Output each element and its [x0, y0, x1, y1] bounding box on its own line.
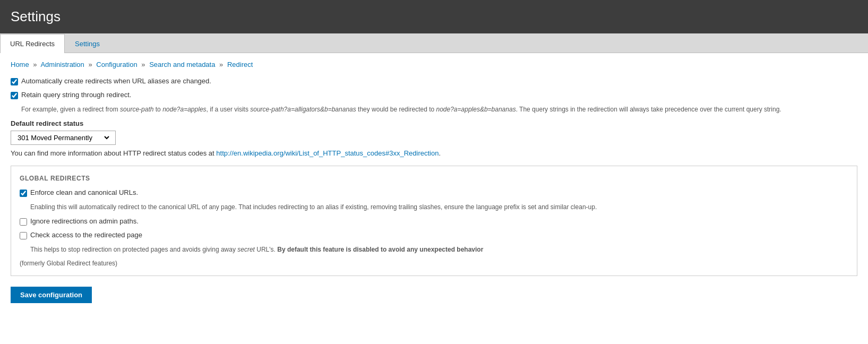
breadcrumb-search-metadata[interactable]: Search and metadata — [149, 61, 215, 68]
secret-word-italic: secret — [237, 246, 255, 253]
retain-query-desc-prefix: For example, given a redirect from — [21, 106, 120, 113]
source-path-italic: source-path — [120, 106, 153, 113]
ignore-admin-row: Ignore redirections on admin paths. — [20, 217, 848, 226]
enforce-canonical-checkbox[interactable] — [20, 190, 27, 197]
check-access-desc-middle: URL's. — [255, 246, 277, 253]
redirect-status-label: Default redirect status — [11, 119, 857, 127]
breadcrumb-configuration[interactable]: Configuration — [96, 61, 137, 68]
auto-create-checkbox[interactable] — [11, 78, 18, 85]
check-access-desc-bold: By default this feature is disabled to a… — [277, 246, 483, 253]
auto-create-row: Automatically create redirects when URL … — [11, 77, 857, 85]
enforce-canonical-row: Enforce clean and canonical URLs. — [20, 188, 848, 197]
breadcrumb-redirect[interactable]: Redirect — [227, 61, 253, 68]
node-apples-italic: node?a=apples — [162, 106, 206, 113]
page-header: Settings — [0, 0, 868, 33]
breadcrumb-sep-3: » — [141, 61, 145, 68]
check-access-row: Check access to the redirected page — [20, 231, 848, 239]
retain-query-desc-suffix: . The query strings in the redirection w… — [516, 106, 781, 113]
enforce-canonical-label[interactable]: Enforce clean and canonical URLs. — [30, 188, 138, 196]
retain-query-desc-middle: , if a user visits — [207, 106, 251, 113]
status-info-link[interactable]: http://en.wikipedia.org/wiki/List_of_HTT… — [216, 149, 439, 157]
status-info-prefix: You can find more information about HTTP… — [11, 149, 216, 157]
breadcrumb-home[interactable]: Home — [11, 61, 29, 68]
main-content: Home » Administration » Configuration » … — [0, 53, 868, 311]
retain-query-desc-they: they would be redirected to — [356, 106, 436, 113]
retain-query-checkbox[interactable] — [11, 92, 18, 99]
breadcrumb: Home » Administration » Configuration » … — [11, 61, 857, 68]
breadcrumb-administration[interactable]: Administration — [40, 61, 84, 68]
breadcrumb-sep-4: » — [219, 61, 223, 68]
status-info: You can find more information about HTTP… — [11, 149, 857, 157]
check-access-label[interactable]: Check access to the redirected page — [30, 231, 142, 239]
source-alligators-italic: source-path?a=alligators&b=bananas — [250, 106, 356, 113]
global-redirects-box: GLOBAL REDIRECTS Enforce clean and canon… — [11, 166, 857, 276]
retain-query-row: Retain query string through redirect. — [11, 91, 857, 99]
status-info-suffix: . — [439, 149, 441, 157]
tabs-bar: URL Redirects Settings — [0, 33, 868, 53]
check-access-desc-prefix: This helps to stop redirection on protec… — [30, 246, 237, 253]
check-access-description: This helps to stop redirection on protec… — [30, 245, 848, 254]
global-redirects-title: GLOBAL REDIRECTS — [20, 175, 848, 182]
tab-settings[interactable]: Settings — [65, 34, 110, 53]
formerly-note: (formerly Global Redirect features) — [20, 260, 848, 267]
page-title: Settings — [11, 8, 857, 25]
check-access-checkbox[interactable] — [20, 232, 27, 239]
save-configuration-button[interactable]: Save configuration — [11, 287, 92, 303]
enforce-canonical-description: Enabling this will automatically redirec… — [30, 202, 848, 212]
retain-query-desc-to: to — [153, 106, 162, 113]
node-apples-bananas-italic: node?a=apples&b=bananas — [436, 106, 516, 113]
retain-query-label[interactable]: Retain query string through redirect. — [21, 91, 131, 99]
auto-create-label[interactable]: Automatically create redirects when URL … — [21, 77, 211, 85]
breadcrumb-sep-2: » — [88, 61, 92, 68]
redirect-status-select-wrapper: 301 Moved Permanently 302 Found 303 See … — [11, 131, 116, 145]
retain-query-description: For example, given a redirect from sourc… — [21, 105, 857, 114]
ignore-admin-label[interactable]: Ignore redirections on admin paths. — [30, 217, 139, 225]
tab-url-redirects[interactable]: URL Redirects — [0, 34, 65, 53]
redirect-status-select[interactable]: 301 Moved Permanently 302 Found 303 See … — [15, 133, 111, 142]
breadcrumb-sep-1: » — [33, 61, 37, 68]
ignore-admin-checkbox[interactable] — [20, 218, 27, 226]
